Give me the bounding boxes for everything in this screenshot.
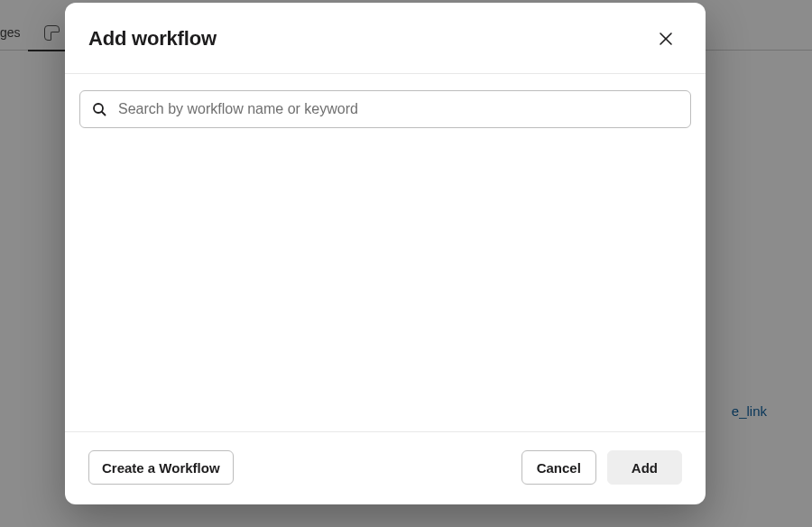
search-field-wrap <box>79 90 691 128</box>
footer-actions: Cancel Add <box>521 450 682 485</box>
search-icon <box>92 102 106 116</box>
cancel-button[interactable]: Cancel <box>521 450 596 485</box>
create-workflow-button[interactable]: Create a Workflow <box>88 450 234 485</box>
add-workflow-modal: Add workflow Create a Workflow Cancel Ad… <box>65 3 706 504</box>
modal-body <box>65 74 706 431</box>
modal-footer: Create a Workflow Cancel Add <box>65 431 706 504</box>
modal-header: Add workflow <box>65 3 706 74</box>
close-button[interactable] <box>650 23 682 55</box>
search-input[interactable] <box>79 90 691 128</box>
close-icon <box>658 31 674 47</box>
svg-line-3 <box>102 112 106 116</box>
add-button[interactable]: Add <box>607 450 682 485</box>
modal-title: Add workflow <box>88 27 217 51</box>
